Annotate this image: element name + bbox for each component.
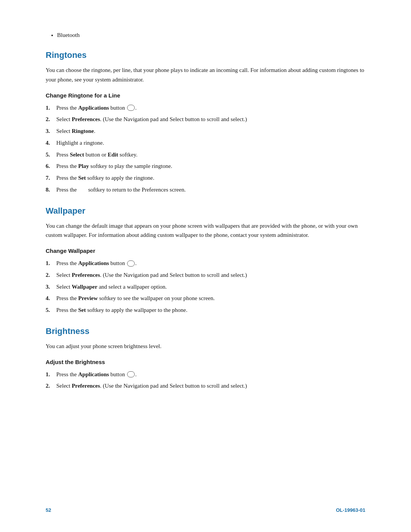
adjust-brightness-heading: Adjust the Brightness	[46, 359, 365, 365]
step-content: Press Select button or Edit softkey.	[56, 150, 365, 160]
applications-button-icon	[127, 371, 135, 377]
ringtones-section: Ringtones You can choose the ringtone, p…	[46, 50, 365, 195]
bold-preferences: Preferences	[72, 383, 100, 389]
footer-doc-id: OL-19963-01	[336, 507, 365, 513]
bold-applications: Applications	[78, 105, 109, 111]
applications-button-icon	[127, 105, 135, 111]
bold-preferences: Preferences	[72, 116, 100, 122]
wallpaper-steps: 1. Press the Applications button . 2. Se…	[46, 259, 365, 315]
ringtone-step-4: 4. Highlight a ringtone.	[46, 138, 365, 148]
brightness-steps: 1. Press the Applications button . 2. Se…	[46, 370, 365, 391]
step-num: 2.	[46, 115, 56, 124]
bullet-item-bluetooth: Bluetooth	[57, 30, 365, 40]
step-num: 1.	[46, 103, 56, 113]
wallpaper-step-1: 1. Press the Applications button .	[46, 259, 365, 268]
step-content: Press the Preview softkey to see the wal…	[56, 294, 365, 303]
ringtone-step-5: 5. Press Select button or Edit softkey.	[46, 150, 365, 160]
ringtone-step-8: 8. Press the softkey to return to the Pr…	[46, 185, 365, 195]
ringtones-steps: 1. Press the Applications button . 2. Se…	[46, 103, 365, 195]
step-content: Press the Applications button .	[56, 103, 365, 113]
step-content: Press the Play softkey to play the sampl…	[56, 161, 365, 171]
ringtone-step-1: 1. Press the Applications button .	[46, 103, 365, 113]
step-num: 4.	[46, 138, 56, 148]
ringtone-step-2: 2. Select Preferences. (Use the Navigati…	[46, 115, 365, 124]
brightness-heading: Brightness	[46, 326, 365, 336]
change-wallpaper-heading: Change Wallpaper	[46, 248, 365, 254]
wallpaper-section: Wallpaper You can change the default ima…	[46, 206, 365, 315]
step-num: 5.	[46, 150, 56, 160]
step-num: 1.	[46, 259, 56, 268]
wallpaper-step-2: 2. Select Preferences. (Use the Navigati…	[46, 270, 365, 280]
step-content: Select Preferences. (Use the Navigation …	[56, 115, 365, 124]
wallpaper-step-4: 4. Press the Preview softkey to see the …	[46, 294, 365, 303]
step-content: Press the Applications button .	[56, 370, 365, 379]
step-num: 3.	[46, 126, 56, 136]
ringtones-intro: You can choose the ringtone, per line, t…	[46, 66, 365, 85]
wallpaper-heading: Wallpaper	[46, 206, 365, 216]
footer: 52 OL-19963-01	[46, 507, 365, 513]
bold-play: Play	[78, 163, 89, 169]
bold-applications: Applications	[78, 260, 109, 266]
wallpaper-intro: You can change the default image that ap…	[46, 221, 365, 240]
bold-set: Set	[78, 307, 86, 313]
step-num: 6.	[46, 161, 56, 171]
step-num: 2.	[46, 270, 56, 280]
top-bullet-list: Bluetooth	[57, 30, 365, 40]
step-num: 5.	[46, 305, 56, 315]
bold-applications: Applications	[78, 371, 109, 377]
bold-preview: Preview	[78, 295, 98, 301]
bold-ringtone: Ringtone	[72, 128, 94, 134]
step-content: Press the Set softkey to apply the ringt…	[56, 173, 365, 183]
step-num: 8.	[46, 185, 56, 195]
step-num: 4.	[46, 294, 56, 303]
brightness-step-1: 1. Press the Applications button .	[46, 370, 365, 379]
step-num: 1.	[46, 370, 56, 379]
applications-button-icon	[127, 260, 135, 267]
ringtone-step-6: 6. Press the Play softkey to play the sa…	[46, 161, 365, 171]
step-content: Highlight a ringtone.	[56, 138, 365, 148]
brightness-step-2: 2. Select Preferences. (Use the Navigati…	[46, 381, 365, 391]
step-content: Select Wallpaper and select a wallpaper …	[56, 282, 365, 292]
brightness-intro: You can adjust your phone screen brightn…	[46, 342, 365, 351]
bold-edit: Edit	[108, 152, 118, 158]
step-content: Press the softkey to return to the Prefe…	[56, 185, 365, 195]
bold-set: Set	[78, 175, 86, 181]
ringtone-step-3: 3. Select Ringtone.	[46, 126, 365, 136]
step-content: Press the Applications button .	[56, 259, 365, 268]
step-content: Select Preferences. (Use the Navigation …	[56, 270, 365, 280]
wallpaper-step-3: 3. Select Wallpaper and select a wallpap…	[46, 282, 365, 292]
brightness-section: Brightness You can adjust your phone scr…	[46, 326, 365, 391]
step-content: Select Ringtone.	[56, 126, 365, 136]
change-ringtone-heading: Change Ringtone for a Line	[46, 92, 365, 99]
footer-page-number: 52	[46, 507, 51, 513]
step-num: 3.	[46, 282, 56, 292]
step-content: Select Preferences. (Use the Navigation …	[56, 381, 365, 391]
wallpaper-step-5: 5. Press the Set softkey to apply the wa…	[46, 305, 365, 315]
ringtones-heading: Ringtones	[46, 50, 365, 60]
bold-preferences: Preferences	[72, 272, 100, 278]
step-num: 2.	[46, 381, 56, 391]
step-num: 7.	[46, 173, 56, 183]
ringtone-step-7: 7. Press the Set softkey to apply the ri…	[46, 173, 365, 183]
bold-select: Select	[70, 152, 84, 158]
bold-wallpaper: Wallpaper	[72, 284, 97, 290]
step-content: Press the Set softkey to apply the wallp…	[56, 305, 365, 315]
